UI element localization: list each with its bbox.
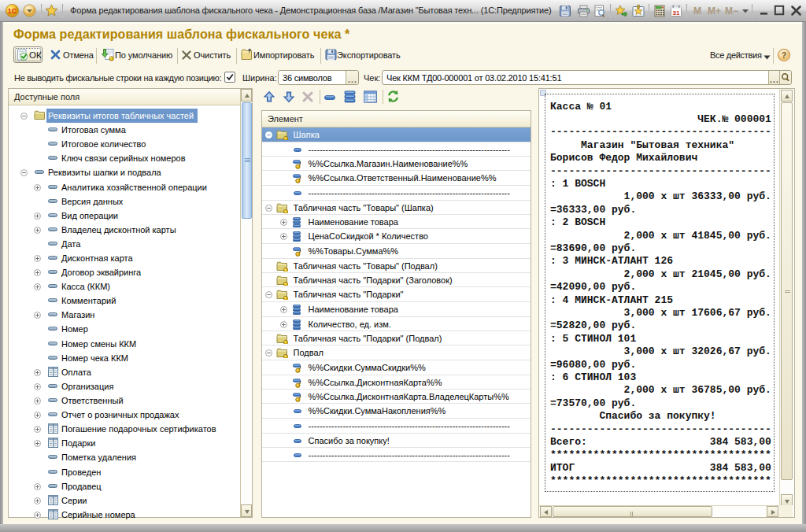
svg-text:31: 31: [673, 9, 680, 17]
svg-text:?: ?: [782, 50, 786, 60]
svg-text:1С: 1С: [8, 7, 17, 15]
